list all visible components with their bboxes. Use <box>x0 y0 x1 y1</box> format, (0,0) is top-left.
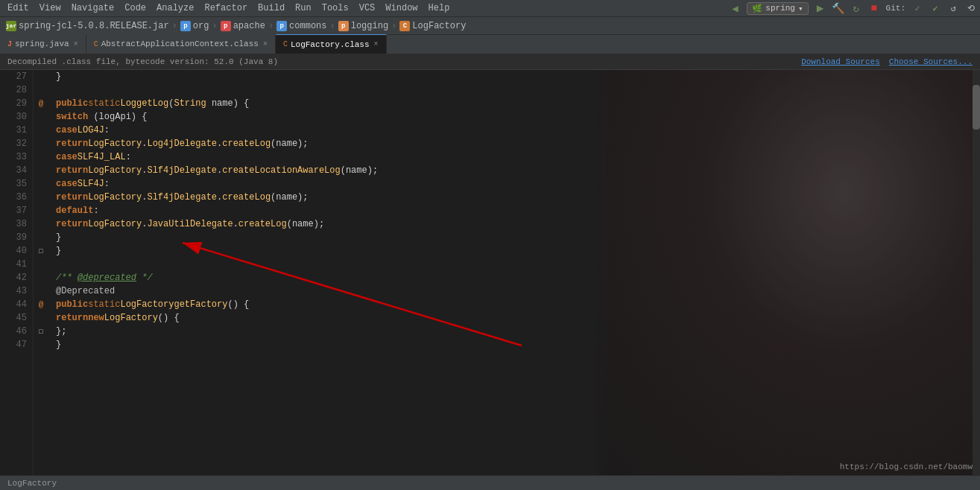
breadcrumb-commons[interactable]: p commons <box>276 21 326 31</box>
line-number-33: 33 <box>3 150 27 164</box>
notification-links: Download Sources Choose Sources... <box>801 57 973 66</box>
code-line-46: }; <box>56 325 965 338</box>
gutter-44: @ <box>34 298 48 311</box>
build-icon[interactable]: 🔨 <box>832 2 844 14</box>
menu-refactor[interactable]: Refactor <box>200 1 252 15</box>
menu-edit[interactable]: Edit <box>3 1 34 15</box>
breadcrumb-apache-label: apache <box>233 21 265 31</box>
tab-logfactory-class[interactable]: C LogFactory.class × <box>276 34 387 54</box>
menu-help[interactable]: Help <box>424 1 455 15</box>
choose-sources-link[interactable]: Choose Sources... <box>889 57 973 66</box>
line-number-32: 32 <box>3 137 27 150</box>
menu-window[interactable]: Window <box>381 1 422 15</box>
logfactory-icon: C <box>399 21 410 31</box>
breadcrumb-bar: jar spring-jcl-5.0.8.RELEASE.jar › p org… <box>0 16 980 34</box>
breadcrumb-logging[interactable]: p logging <box>338 21 388 31</box>
reload-icon[interactable]: ↻ <box>850 2 862 14</box>
gutter-34 <box>34 164 48 177</box>
git-checkmark-icon[interactable]: ✓ <box>911 2 923 14</box>
gutter-42 <box>34 271 48 284</box>
tab-abstract-context[interactable]: C AbstractApplicationContext.class × <box>86 34 276 54</box>
tab-close-2[interactable]: × <box>263 40 268 48</box>
gutter-32 <box>34 137 48 150</box>
spring-label: spring <box>765 4 795 13</box>
run-icon[interactable]: ▶ <box>815 2 826 14</box>
spring-selector[interactable]: 🌿 spring ▾ <box>747 2 808 15</box>
line-numbers: 2728293031323334353637383940414243444546… <box>0 70 34 475</box>
menu-analyze[interactable]: Analyze <box>152 1 198 15</box>
line-number-42: 42 <box>3 271 27 284</box>
gutter-41 <box>34 258 48 271</box>
gutter: @◻@◻ <box>34 70 48 475</box>
code-line-34: return LogFactory.Slf4jDelegate.createLo… <box>56 164 965 177</box>
code-line-35: case SLF4J: <box>56 177 965 191</box>
breadcrumb-logfactory-label: LogFactory <box>412 21 466 31</box>
stop-icon[interactable]: ■ <box>868 2 880 14</box>
breadcrumb-sep-1: › <box>172 21 177 31</box>
git-history-icon[interactable]: ↺ <box>947 2 959 14</box>
editor-container: 2728293031323334353637383940414243444546… <box>0 70 980 475</box>
notification-bar: Decompiled .class file, bytecode version… <box>0 54 980 70</box>
menu-build[interactable]: Build <box>253 1 289 15</box>
tab-logfactory-label: LogFactory.class <box>291 40 370 49</box>
code-line-40: } <box>56 244 965 258</box>
menu-navigate[interactable]: Navigate <box>67 1 119 15</box>
gutter-27 <box>34 70 48 83</box>
gutter-29: @ <box>34 97 48 110</box>
line-number-43: 43 <box>3 284 27 298</box>
jar-icon: jar <box>6 21 16 31</box>
line-number-44: 44 <box>3 298 27 311</box>
menu-run[interactable]: Run <box>291 1 316 15</box>
tab-close-1[interactable]: × <box>74 40 78 48</box>
vertical-scrollbar[interactable] <box>973 70 980 475</box>
git-check-icon2[interactable]: ✔ <box>929 2 941 14</box>
git-revert-icon[interactable]: ⟲ <box>965 2 977 14</box>
class-file-icon-2: C <box>283 40 288 48</box>
breadcrumb-sep-4: › <box>330 21 335 31</box>
gutter-35 <box>34 177 48 191</box>
menu-tools[interactable]: Tools <box>317 1 353 15</box>
line-number-31: 31 <box>3 124 27 137</box>
gutter-33 <box>34 150 48 164</box>
download-sources-link[interactable]: Download Sources <box>801 57 880 66</box>
tab-close-3[interactable]: × <box>374 40 379 48</box>
code-line-32: return LogFactory.Log4jDelegate.createLo… <box>56 137 965 150</box>
line-number-37: 37 <box>3 204 27 217</box>
menu-code[interactable]: Code <box>120 1 151 15</box>
code-line-39: } <box>56 231 965 244</box>
breadcrumb-logfactory[interactable]: C LogFactory <box>399 21 466 31</box>
line-number-36: 36 <box>3 191 27 204</box>
menu-vcs[interactable]: VCS <box>355 1 380 15</box>
code-line-36: return LogFactory.Slf4jDelegate.createLo… <box>56 191 965 204</box>
menu-view[interactable]: View <box>35 1 66 15</box>
gutter-28 <box>34 83 48 97</box>
code-line-42: /** @deprecated */ <box>56 271 965 284</box>
code-line-38: return LogFactory.JavaUtilDelegate.creat… <box>56 217 965 231</box>
breadcrumb-apache[interactable]: p apache <box>221 21 265 31</box>
tab-abstract-context-label: AbstractApplicationContext.class <box>101 39 259 48</box>
breadcrumb-jar[interactable]: jar spring-jcl-5.0.8.RELEASE.jar <box>6 21 169 31</box>
logging-icon: p <box>338 21 349 31</box>
chevron-down-icon: ▾ <box>798 4 803 13</box>
code-area[interactable]: } public static Log getLog(String name) … <box>48 70 973 475</box>
code-line-29: public static Log getLog(String name) { <box>56 97 965 110</box>
gutter-47 <box>34 338 48 351</box>
scrollbar-thumb[interactable] <box>973 85 980 130</box>
gutter-30 <box>34 110 48 124</box>
breadcrumb-logging-label: logging <box>351 21 388 31</box>
tab-spring-java[interactable]: J spring.java × <box>0 34 86 54</box>
gutter-43 <box>34 284 48 298</box>
git-label: Git: <box>886 4 905 13</box>
code-line-27: } <box>56 70 965 83</box>
code-line-41 <box>56 258 965 271</box>
status-text: LogFactory <box>7 479 57 488</box>
code-line-28 <box>56 83 965 97</box>
code-line-37: default: <box>56 204 965 217</box>
nav-back-icon[interactable]: ◀ <box>729 2 741 14</box>
breadcrumb-org[interactable]: p org <box>180 21 209 31</box>
gutter-39 <box>34 231 48 244</box>
breadcrumb-commons-label: commons <box>289 21 326 31</box>
line-number-38: 38 <box>3 217 27 231</box>
gutter-40: ◻ <box>34 244 48 258</box>
commons-icon: p <box>276 21 287 31</box>
